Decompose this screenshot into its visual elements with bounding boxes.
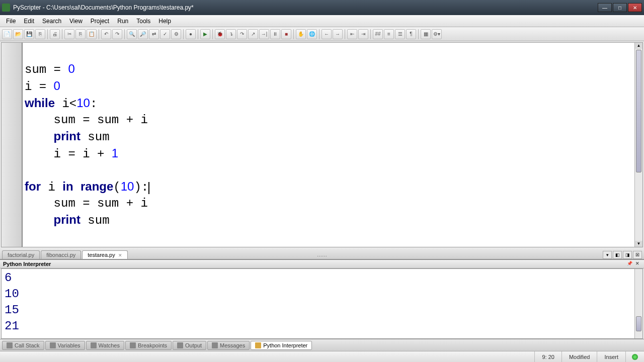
tool-icon[interactable]: ⚙ — [171, 29, 181, 39]
watch-icon — [91, 342, 97, 348]
menu-file[interactable]: File — [2, 17, 20, 26]
editor-area: sum = 0 i = 0 while i<10: sum = sum + i … — [1, 42, 643, 247]
paragraph-icon[interactable]: ¶ — [406, 29, 416, 39]
maximize-button[interactable]: □ — [613, 3, 627, 12]
cut-icon[interactable]: ✂ — [64, 29, 74, 39]
save-icon[interactable]: 💾 — [24, 29, 34, 39]
paste-icon[interactable]: 📋 — [87, 29, 97, 39]
new-file-icon[interactable]: 📄 — [2, 29, 12, 39]
bottom-tab-watches[interactable]: Watches — [86, 341, 124, 350]
toolbar: 📄 📂 💾 ⎘ 🖨 ✂ ⎘ 📋 ↶ ↷ 🔍 🔎 ⇄ ✓ ⚙ ● ▶ 🐞 ↴ ↷ … — [0, 27, 644, 41]
pause-icon[interactable]: ⏸ — [270, 29, 280, 39]
editor-scrollbar[interactable]: ▲ ▼ — [634, 43, 642, 247]
globe-icon[interactable]: 🌐 — [307, 29, 317, 39]
toolbar-separator — [293, 29, 294, 39]
nav-dropdown-icon[interactable]: ▾ — [603, 251, 612, 259]
scroll-thumb[interactable] — [636, 50, 641, 172]
toolbar-separator — [62, 29, 62, 39]
step-out-icon[interactable]: ↗ — [248, 29, 258, 39]
bottom-tab-breakpoints[interactable]: Breakpoints — [125, 341, 172, 350]
bottom-tabbar: Call Stack Variables Watches Breakpoints… — [0, 339, 644, 351]
window-title: PyScripter - C:\Users\sal\Documents\Pyth… — [13, 4, 597, 11]
minimize-button[interactable]: — — [598, 3, 612, 12]
toggle-breakpoint-icon[interactable]: ● — [186, 29, 196, 39]
toolbar-separator — [345, 29, 345, 39]
check-syntax-icon[interactable]: ✓ — [160, 29, 170, 39]
bottom-tab-interpreter[interactable]: Python Interpreter — [251, 341, 312, 350]
nav-next-icon[interactable]: ◨ — [623, 251, 632, 259]
interpreter-panel: 6 10 15 21 — [1, 268, 643, 339]
pin-icon[interactable]: 📌 — [626, 261, 633, 267]
copy-icon[interactable]: ⎘ — [75, 29, 86, 39]
vars-icon — [50, 342, 56, 348]
run-icon[interactable]: ▶ — [200, 29, 210, 39]
stack-icon — [7, 342, 13, 348]
python-icon — [255, 342, 261, 348]
forward-icon[interactable]: → — [333, 29, 343, 39]
toolbar-separator — [124, 29, 125, 39]
editor-gutter[interactable] — [2, 43, 23, 247]
menu-project[interactable]: Project — [87, 17, 113, 26]
debug-icon[interactable]: 🐞 — [215, 29, 225, 39]
nav-close-icon[interactable]: ☒ — [633, 251, 642, 259]
menu-view[interactable]: View — [65, 17, 87, 26]
tab-active[interactable]: testarea.py✕ — [82, 250, 127, 259]
uncomment-icon[interactable]: ≡ — [384, 29, 394, 39]
panel-close-icon[interactable]: ✕ — [634, 261, 641, 267]
find-next-icon[interactable]: 🔎 — [138, 29, 148, 39]
bottom-tab-variables[interactable]: Variables — [45, 341, 85, 350]
toolbar-separator — [212, 29, 213, 39]
status-modified: Modified — [561, 351, 597, 362]
toolbar-separator — [198, 29, 198, 39]
tab-file-2[interactable]: fibonacci.py — [41, 250, 81, 259]
toolbar-separator — [183, 29, 184, 39]
options-icon[interactable]: ⚙▾ — [432, 29, 442, 39]
tab-file-1[interactable]: factorial.py — [2, 250, 40, 259]
redo-icon[interactable]: ↷ — [112, 29, 122, 39]
tabbar-overflow: ⋯⋯ — [317, 253, 327, 259]
status-position: 9: 20 — [534, 351, 561, 362]
comment-icon[interactable]: ## — [373, 29, 383, 39]
hand-icon[interactable]: ✋ — [296, 29, 306, 39]
bottom-tab-callstack[interactable]: Call Stack — [2, 341, 44, 350]
tab-close-icon[interactable]: ✕ — [118, 253, 122, 258]
bottom-tab-messages[interactable]: Messages — [207, 341, 250, 350]
messages-icon — [212, 342, 218, 348]
indent-icon[interactable]: ⇥ — [358, 29, 368, 39]
interpreter-scrollbar[interactable] — [634, 269, 642, 338]
scroll-down-icon[interactable]: ▼ — [635, 241, 642, 247]
stop-icon[interactable]: ■ — [281, 29, 291, 39]
code-editor[interactable]: sum = 0 i = 0 while i<10: sum = sum + i … — [23, 43, 634, 247]
bottom-tab-output[interactable]: Output — [173, 341, 206, 350]
status-insert-mode: Insert — [597, 351, 625, 362]
replace-icon[interactable]: ⇄ — [149, 29, 159, 39]
print-icon[interactable]: 🖨 — [50, 29, 60, 39]
step-into-icon[interactable]: ↴ — [226, 29, 236, 39]
scroll-up-icon[interactable]: ▲ — [635, 43, 642, 49]
open-file-icon[interactable]: 📂 — [13, 29, 23, 39]
close-button[interactable]: ✕ — [628, 3, 642, 12]
toolbar-separator — [418, 29, 419, 39]
status-bar: 9: 20 Modified Insert — [0, 351, 644, 362]
menu-run[interactable]: Run — [113, 17, 132, 26]
menu-bar: File Edit Search View Project Run Tools … — [0, 15, 644, 27]
interpreter-header: Python Interpreter 📌 ✕ — [0, 259, 644, 268]
back-icon[interactable]: ← — [321, 29, 332, 39]
app-icon — [2, 4, 10, 12]
interpreter-output[interactable]: 6 10 15 21 — [2, 269, 634, 338]
nav-prev-icon[interactable]: ◧ — [613, 251, 622, 259]
scroll-thumb[interactable] — [636, 316, 641, 331]
menu-search[interactable]: Search — [38, 17, 65, 26]
step-over-icon[interactable]: ↷ — [237, 29, 247, 39]
outdent-icon[interactable]: ⇤ — [347, 29, 357, 39]
find-icon[interactable]: 🔍 — [127, 29, 137, 39]
menu-tools[interactable]: Tools — [132, 17, 154, 26]
layout-icon[interactable]: ▦ — [421, 29, 431, 39]
run-to-cursor-icon[interactable]: →| — [259, 29, 269, 39]
menu-edit[interactable]: Edit — [20, 17, 38, 26]
menu-help[interactable]: Help — [154, 17, 175, 26]
toolbar-separator — [319, 29, 319, 39]
undo-icon[interactable]: ↶ — [101, 29, 111, 39]
save-all-icon[interactable]: ⎘ — [35, 29, 45, 39]
list-icon[interactable]: ☰ — [395, 29, 405, 39]
